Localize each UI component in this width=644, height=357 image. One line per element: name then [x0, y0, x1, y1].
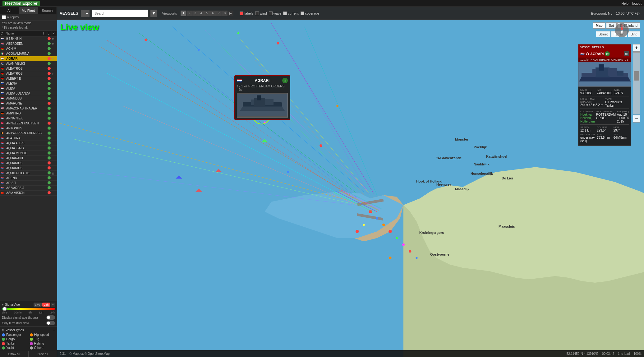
vessel-type-item[interactable]: Others	[30, 346, 55, 350]
signal-minus-btn[interactable]: −	[51, 303, 55, 307]
vessel-type-indicator	[48, 42, 52, 46]
vp-4[interactable]: 4	[198, 11, 204, 16]
zoom-slider[interactable]	[633, 52, 640, 114]
vessel-type-item[interactable]: Tanker	[2, 342, 27, 345]
svg-rect-70	[599, 64, 604, 71]
vessel-row[interactable]: 🇳🇱 AS VARESIA	[0, 186, 57, 191]
tab-myfleet[interactable]: My Fleet	[19, 7, 38, 14]
vessel-row[interactable]: 🇩🇪 ALBATROS	[0, 66, 57, 71]
vp-7[interactable]: 7	[216, 11, 222, 16]
vessel-type-indicator	[48, 102, 52, 105]
vessel-row[interactable]: 🇳🇱 AQUARIUS	[0, 166, 57, 171]
vessel-row[interactable]: 🇳🇱 ALIDA	[0, 86, 57, 91]
vessel-types-collapse[interactable]: −	[53, 328, 55, 332]
vp-5[interactable]: 5	[204, 11, 210, 16]
vessel-row[interactable]: 🇳🇱 AQUARIUS	[0, 161, 57, 166]
vessel-row[interactable]: 🇧🇪 ANTWERPEN EXPRESS	[0, 131, 57, 136]
tab-search[interactable]: Search	[38, 7, 57, 14]
labels-control: labels	[240, 12, 253, 15]
col-l[interactable]: L	[47, 31, 52, 36]
vessel-row[interactable]: 🇩🇪 ALBATROS ⊞	[0, 71, 57, 76]
vessel-row[interactable]: 🇺🇸 AMAZONAS TRADER	[0, 106, 57, 111]
autoplay-checkbox[interactable]	[2, 15, 6, 19]
vessel-row[interactable]: 🇩🇪 ACHIM	[0, 46, 57, 51]
vessel-row[interactable]: 🇳🇱 AQUARANT	[0, 156, 57, 161]
vd-ttg: TTG 64h45min	[614, 133, 629, 143]
col-c[interactable]: C	[0, 31, 5, 36]
search-submit[interactable]: ▼	[150, 10, 157, 17]
vp-next[interactable]: ▶	[228, 11, 233, 16]
coverage-checkbox[interactable]	[301, 12, 304, 15]
vp-3[interactable]: 3	[192, 11, 198, 16]
svg-text:N: N	[621, 24, 623, 27]
vessel-type-item[interactable]: Highspeed	[30, 333, 55, 336]
vessel-type-dot	[2, 338, 5, 341]
signal-slider[interactable]	[2, 308, 55, 310]
vessel-type-item[interactable]: Passenger	[2, 333, 27, 336]
vessel-row[interactable]: 🇬🇧 ABERDEEN ⊞	[0, 41, 57, 46]
signal-live-btn[interactable]: Live	[34, 303, 42, 307]
vessel-row[interactable]: 🇳🇱 APATURA	[0, 136, 57, 141]
vessel-row[interactable]: 🇳🇱 AMARONE	[0, 101, 57, 106]
tab-all[interactable]: All	[0, 7, 19, 14]
vessel-type-item[interactable]: Yacht	[2, 346, 27, 350]
svg-point-48	[363, 224, 365, 226]
vessel-type-item[interactable]: Tug	[30, 337, 55, 341]
vessel-row[interactable]: 🇩🇰 ANNELEEN KNUTSEN	[0, 121, 57, 126]
help-link[interactable]: Help	[621, 2, 628, 5]
vessel-row[interactable]: 🇳🇱 ARIS T	[0, 181, 57, 186]
zoom-out-button[interactable]: −	[633, 115, 640, 123]
search-input[interactable]	[92, 10, 148, 17]
show-all-button[interactable]: Show all	[0, 351, 29, 357]
current-checkbox[interactable]	[283, 12, 287, 15]
vessel-type-item[interactable]: Cargo	[2, 337, 27, 341]
vessel-list[interactable]: 🇳🇱 9 38NN8 H ⊞ 🇬🇧 ABERDEEN ⊞ 🇩🇪 ACHIM 🇮🇹…	[0, 36, 57, 301]
zoom-in-button[interactable]: +	[633, 44, 640, 52]
vessel-row[interactable]: 🇳🇱 AMANDUS	[0, 96, 57, 101]
vessel-row[interactable]: 🇳🇱 AQUILA PILOTS ⊞	[0, 171, 57, 176]
wind-checkbox[interactable]	[255, 12, 259, 15]
vp-1[interactable]: 1	[181, 11, 186, 16]
map-layer-map[interactable]: Map	[593, 22, 605, 29]
signal-slider-handle[interactable]	[2, 307, 7, 311]
terrestrial-label: Only terrestrial data	[2, 322, 29, 325]
hide-all-button[interactable]: Hide all	[29, 351, 57, 357]
vd-expand-btn[interactable]: ⊞	[624, 51, 629, 56]
display-signal-toggle[interactable]	[46, 315, 55, 320]
vessel-row[interactable]: 🇩🇪 AMPHIRO	[0, 111, 57, 116]
col-p[interactable]: P	[52, 31, 57, 36]
map-area[interactable]: VESSELS ▼ Viewports 1 2 3 4 5 6 7 8 ▶	[57, 7, 644, 357]
vessel-row[interactable]: 🇳🇱 AQUA MUNDO	[0, 151, 57, 156]
vessel-row[interactable]: 🇷🇺 ALEXIA	[0, 81, 57, 86]
wave-checkbox[interactable]	[269, 12, 273, 15]
vp-8[interactable]: 8	[222, 11, 228, 16]
vp-2[interactable]: 2	[186, 11, 192, 16]
svg-point-33	[336, 105, 338, 107]
vp-6[interactable]: 6	[210, 11, 216, 16]
vessel-row[interactable]: 🇳🇱 ANTONIUS	[0, 126, 57, 131]
vessel-row[interactable]: 🇳🇱 AREND	[0, 176, 57, 181]
vessel-type-item[interactable]: Fishing	[30, 342, 55, 345]
logout-link[interactable]: logout	[632, 2, 642, 5]
vessel-row[interactable]: 🇩🇪 ALBERT B	[0, 76, 57, 81]
col-t[interactable]: T	[42, 31, 47, 36]
vessel-row[interactable]: 🇨🇳 ASIA VISION	[0, 191, 57, 196]
col-name[interactable]: Name	[5, 31, 42, 36]
zoom-thumb[interactable]	[634, 71, 639, 81]
vessel-row[interactable]: 🇳🇱 AQUA ALBIS	[0, 141, 57, 146]
search-dropdown-pre[interactable]	[81, 10, 90, 17]
vd-target-icon[interactable]: ◎	[605, 51, 610, 56]
vessel-row[interactable]: 🇳🇱 ANNA NIEK	[0, 116, 57, 121]
vessel-row[interactable]: 🇷🇸 ALAN VELIKI	[0, 61, 57, 66]
vessel-row[interactable]: 🇷🇺 ALIDA JOLANDA	[0, 91, 57, 96]
signal-24h-btn[interactable]: 24h	[42, 303, 50, 307]
vessel-row[interactable]: 🇳🇱 AQUA ISALA	[0, 146, 57, 151]
map-type-street[interactable]: Street	[596, 31, 610, 37]
vessel-row[interactable]: 🇳🇱 9 38NN8 H ⊞	[0, 36, 57, 41]
vessel-popup-target[interactable]: ◎	[282, 78, 288, 83]
vessel-row[interactable]: 🇳🇱 AGRARI ⊞	[0, 56, 57, 61]
vessel-row[interactable]: 🇮🇹 ACQUAMARINA	[0, 51, 57, 56]
terrestrial-toggle[interactable]	[46, 321, 55, 325]
time-elapsed: 00:03:42	[602, 352, 614, 355]
labels-checkbox[interactable]	[240, 12, 243, 15]
